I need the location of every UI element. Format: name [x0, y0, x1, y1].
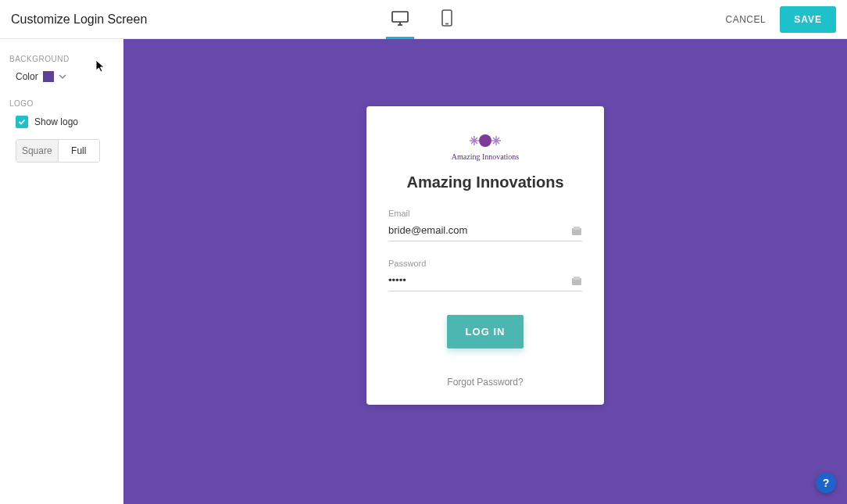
- brand-logo: Amazing Innovations: [388, 130, 582, 164]
- login-button[interactable]: LOG IN: [447, 315, 524, 349]
- show-logo-checkbox[interactable]: Show logo: [16, 116, 114, 128]
- email-field[interactable]: [388, 221, 582, 241]
- save-button[interactable]: SAVE: [780, 6, 836, 33]
- logo-shape-square-button[interactable]: Square: [16, 140, 58, 162]
- checkbox-checked-icon: [16, 116, 28, 128]
- body: BACKGROUND Color LOGO Show logo Square F…: [0, 39, 847, 504]
- logo-section-label: LOGO: [9, 99, 114, 108]
- desktop-preview-button[interactable]: [386, 0, 414, 39]
- svg-point-5: [479, 134, 491, 147]
- brand-title: Amazing Innovations: [388, 173, 582, 191]
- mobile-icon: [441, 9, 452, 27]
- color-swatch: [43, 71, 54, 82]
- chevron-down-icon: [59, 73, 66, 80]
- background-section-label: BACKGROUND: [9, 55, 114, 63]
- password-field[interactable]: [388, 271, 582, 291]
- svg-rect-0: [392, 12, 408, 22]
- desktop-icon: [391, 10, 409, 26]
- page-title: Customize Login Screen: [11, 13, 147, 27]
- logo-shape-full-button[interactable]: Full: [58, 140, 100, 162]
- autofill-icon: [571, 226, 582, 237]
- password-field-wrapper: Password: [388, 259, 582, 291]
- device-toggle: [386, 0, 461, 39]
- header-bar: Customize Login Screen CANCEL SAVE: [0, 0, 847, 39]
- email-label: Email: [388, 209, 582, 218]
- svg-text:Amazing Innovations: Amazing Innovations: [452, 152, 519, 161]
- logo-icon: Amazing Innovations: [448, 130, 523, 164]
- show-logo-label: Show logo: [34, 116, 78, 127]
- logo-shape-segment: Square Full: [16, 139, 100, 163]
- svg-rect-18: [574, 277, 580, 280]
- color-label: Color: [16, 71, 38, 82]
- cancel-button[interactable]: CANCEL: [726, 14, 767, 25]
- svg-rect-16: [574, 227, 580, 230]
- mobile-preview-button[interactable]: [433, 0, 461, 39]
- forgot-password-link[interactable]: Forgot Password?: [388, 377, 582, 388]
- login-card: Amazing Innovations Amazing Innovations …: [366, 106, 604, 405]
- autofill-icon: [571, 276, 582, 287]
- password-label: Password: [388, 259, 582, 268]
- help-button[interactable]: ?: [816, 473, 836, 493]
- email-field-wrapper: Email: [388, 209, 582, 241]
- background-color-picker[interactable]: Color: [16, 71, 114, 82]
- settings-sidebar: BACKGROUND Color LOGO Show logo Square F…: [0, 39, 123, 504]
- header-actions: CANCEL SAVE: [726, 6, 836, 33]
- preview-canvas: Amazing Innovations Amazing Innovations …: [123, 39, 847, 504]
